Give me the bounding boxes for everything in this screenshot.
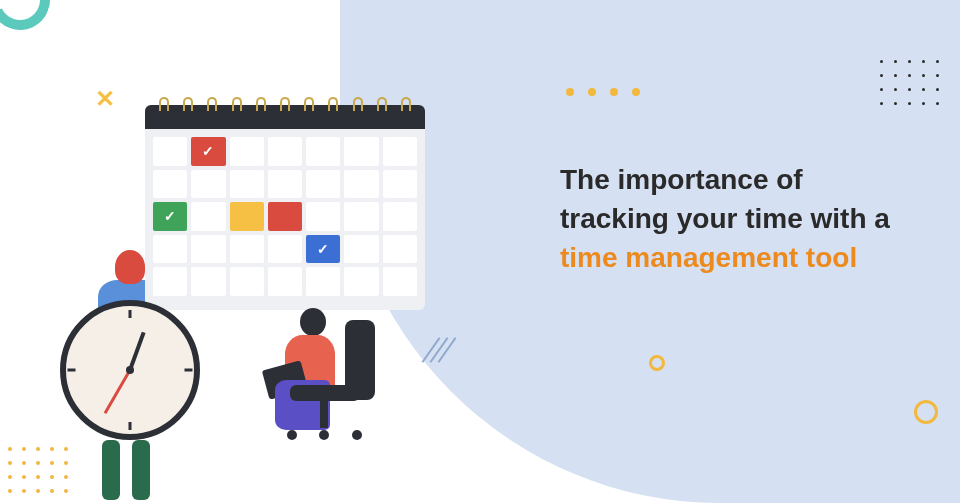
- person-with-laptop-illustration: [275, 320, 375, 440]
- headline-line1: The importance of: [560, 164, 803, 195]
- ring-large-decoration: [914, 400, 938, 424]
- calendar-illustration: [145, 105, 425, 310]
- yellow-dots-decoration: [566, 88, 640, 96]
- dot-grid-top-decoration: [880, 60, 940, 106]
- hero-illustration: [60, 100, 460, 450]
- ring-small-decoration: [649, 355, 665, 371]
- dot-grid-bottom-decoration: [8, 447, 68, 493]
- headline-line2: tracking your time with a: [560, 203, 890, 234]
- headline-highlight: time management tool: [560, 242, 857, 273]
- headline-text: The importance of tracking your time wit…: [560, 160, 920, 278]
- teal-arc-decoration: [0, 0, 58, 38]
- clock-icon: [60, 300, 200, 440]
- person-with-clock-illustration: [60, 300, 200, 440]
